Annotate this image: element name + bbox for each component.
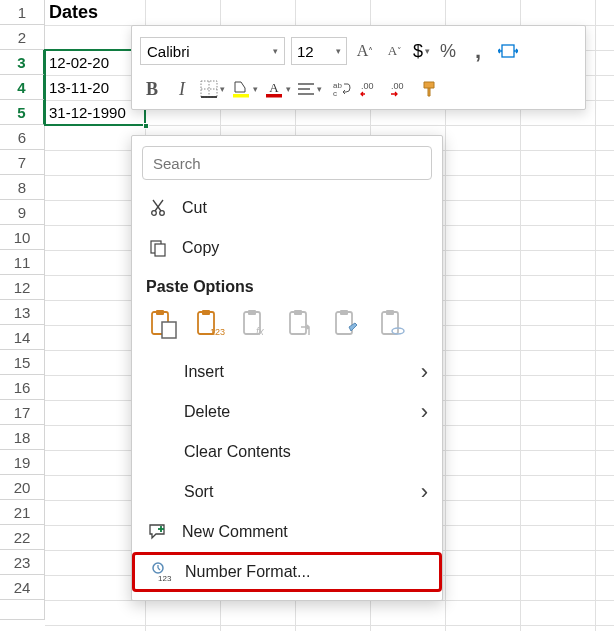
svg-rect-35: [386, 310, 394, 315]
paste-link-button[interactable]: [376, 306, 412, 342]
svg-rect-22: [156, 310, 164, 315]
chevron-down-icon: ▾: [336, 46, 341, 56]
increase-font-button[interactable]: A˄: [353, 37, 377, 65]
paste-options-label: Paste Options: [132, 268, 442, 302]
svg-rect-34: [382, 312, 398, 334]
fill-color-button[interactable]: ▾: [231, 75, 258, 103]
svg-text:.00: .00: [361, 81, 374, 91]
svg-text:c: c: [333, 89, 337, 98]
fill-handle[interactable]: [143, 123, 149, 129]
row-header-12[interactable]: 12: [0, 275, 45, 300]
cell-a5[interactable]: 31-12-1990: [45, 100, 145, 125]
menu-label: Insert: [184, 363, 224, 381]
mini-toolbar: Calibri ▾ 12 ▾ A˄ A˅ $▾ % , B I ▾ ▾ A ▾: [131, 25, 586, 110]
menu-label: New Comment: [182, 523, 288, 541]
row-header-4[interactable]: 4: [0, 75, 45, 100]
paste-values-button[interactable]: 123: [192, 306, 228, 342]
row-header-24[interactable]: 24: [0, 575, 45, 600]
row-header-19[interactable]: 19: [0, 450, 45, 475]
menu-cut[interactable]: Cut: [132, 188, 442, 228]
paste-button[interactable]: [146, 306, 182, 342]
decrease-decimal-button[interactable]: .00: [358, 75, 382, 103]
copy-icon: [146, 239, 170, 257]
row-header-23[interactable]: 23: [0, 550, 45, 575]
autofit-button[interactable]: [496, 37, 520, 65]
row-header-6[interactable]: 6: [0, 125, 45, 150]
row-header-13[interactable]: 13: [0, 300, 45, 325]
menu-delete[interactable]: Delete: [132, 392, 442, 432]
format-painter-button[interactable]: [418, 75, 442, 103]
menu-label: Delete: [184, 403, 230, 421]
number-format-icon: 123: [149, 562, 173, 582]
paste-formulas-button[interactable]: fx: [238, 306, 274, 342]
svg-rect-5: [233, 94, 249, 98]
font-size: 12: [297, 43, 314, 60]
currency-button[interactable]: $▾: [413, 37, 430, 65]
svg-point-16: [160, 211, 165, 216]
paste-formatting-button[interactable]: [330, 306, 366, 342]
menu-label: Sort: [184, 483, 213, 501]
row-header-11[interactable]: 11: [0, 250, 45, 275]
menu-label: Number Format...: [185, 563, 310, 581]
menu-new-comment[interactable]: New Comment: [132, 512, 442, 552]
comma-button[interactable]: ,: [466, 37, 490, 65]
svg-text:123: 123: [158, 574, 172, 582]
svg-rect-25: [202, 310, 210, 315]
row-header-1[interactable]: 1: [0, 0, 45, 25]
font-select[interactable]: Calibri ▾: [140, 37, 285, 65]
italic-button[interactable]: I: [170, 75, 194, 103]
row-header-16[interactable]: 16: [0, 375, 45, 400]
chevron-down-icon: ▾: [273, 46, 278, 56]
font-size-select[interactable]: 12 ▾: [291, 37, 347, 65]
decrease-font-button[interactable]: A˅: [383, 37, 407, 65]
row-header-15[interactable]: 15: [0, 350, 45, 375]
font-color-button[interactable]: A ▾: [264, 75, 291, 103]
row-header-2[interactable]: 2: [0, 25, 45, 50]
percent-button[interactable]: %: [436, 37, 460, 65]
svg-text:A: A: [269, 80, 279, 95]
row-header-7[interactable]: 7: [0, 150, 45, 175]
svg-text:fx: fx: [256, 326, 265, 337]
row-header-14[interactable]: 14: [0, 325, 45, 350]
menu-insert[interactable]: Insert: [132, 352, 442, 392]
row-header-3[interactable]: 3: [0, 50, 45, 75]
cell-a3[interactable]: 12-02-20: [45, 50, 145, 75]
paste-transpose-button[interactable]: [284, 306, 320, 342]
svg-rect-31: [294, 310, 302, 315]
wrap-text-button[interactable]: abc: [328, 75, 352, 103]
row-header-20[interactable]: 20: [0, 475, 45, 500]
chevron-right-icon: [421, 361, 428, 383]
svg-line-41: [158, 568, 160, 570]
borders-button[interactable]: ▾: [200, 75, 225, 103]
menu-copy[interactable]: Copy: [132, 228, 442, 268]
svg-rect-28: [248, 310, 256, 315]
cut-icon: [146, 199, 170, 217]
context-menu: Cut Copy Paste Options 123 fx Insert: [131, 135, 443, 601]
svg-text:.00: .00: [391, 81, 404, 91]
bold-button[interactable]: B: [140, 75, 164, 103]
svg-rect-23: [162, 322, 176, 338]
row-header-10[interactable]: 10: [0, 225, 45, 250]
row-header-18[interactable]: 18: [0, 425, 45, 450]
menu-sort[interactable]: Sort: [132, 472, 442, 512]
cell-a4[interactable]: 13-11-20: [45, 75, 145, 100]
align-button[interactable]: ▾: [297, 75, 322, 103]
row-header-21[interactable]: 21: [0, 500, 45, 525]
row-header-5[interactable]: 5: [0, 100, 45, 125]
cell-a1[interactable]: Dates: [45, 0, 145, 25]
row-header-17[interactable]: 17: [0, 400, 45, 425]
increase-decimal-button[interactable]: .00: [388, 75, 412, 103]
row-header-9[interactable]: 9: [0, 200, 45, 225]
svg-point-15: [152, 211, 157, 216]
svg-text:123: 123: [210, 327, 225, 337]
row-headers: 1 2 3 4 5 6 7 8 9 10 11 12 13 14 15 16 1…: [0, 0, 45, 620]
row-header-8[interactable]: 8: [0, 175, 45, 200]
row-header-22[interactable]: 22: [0, 525, 45, 550]
menu-label: Clear Contents: [184, 443, 291, 461]
menu-clear-contents[interactable]: Clear Contents: [132, 432, 442, 472]
search-input[interactable]: [142, 146, 432, 180]
menu-label: Copy: [182, 239, 219, 257]
menu-number-format[interactable]: 123 Number Format...: [132, 552, 442, 592]
row-header-25[interactable]: [0, 600, 45, 620]
font-name: Calibri: [147, 43, 190, 60]
